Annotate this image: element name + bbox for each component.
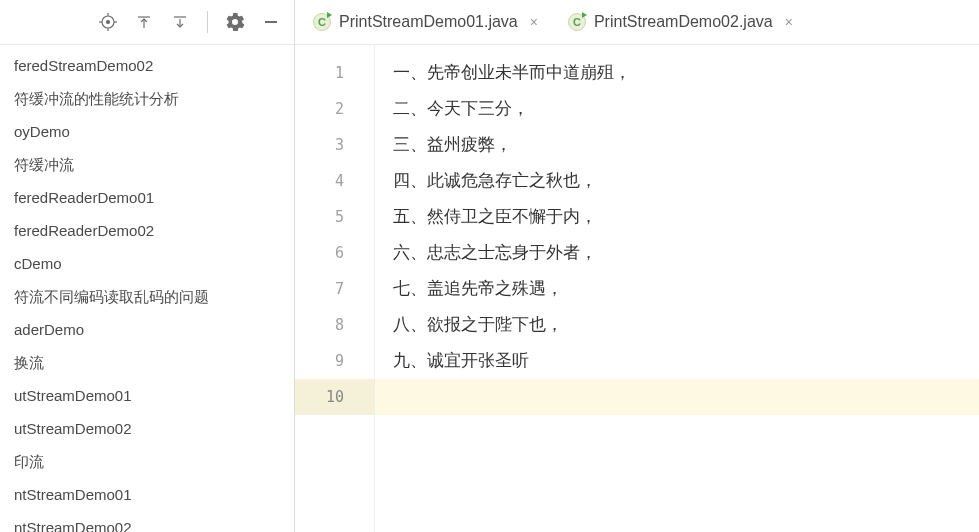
code-lines[interactable]: 一、先帝创业未半而中道崩殂，二、今天下三分，三、益州疲弊，四、此诚危急存亡之秋也… xyxy=(375,45,979,532)
tab-bar: PrintStreamDemo01.java × PrintStreamDemo… xyxy=(295,0,979,45)
code-area: 12345678910 一、先帝创业未半而中道崩殂，二、今天下三分，三、益州疲弊… xyxy=(295,45,979,532)
tab-file-2[interactable]: PrintStreamDemo02.java × xyxy=(568,13,793,31)
collapse-all-icon[interactable] xyxy=(171,13,189,31)
line-number: 8 xyxy=(295,307,374,343)
sidebar-item[interactable]: 符流不同编码读取乱码的问题 xyxy=(0,280,294,313)
code-line: 四、此诚危急存亡之秋也， xyxy=(375,163,979,199)
java-class-icon xyxy=(313,13,331,31)
sidebar-item[interactable]: 符缓冲流 xyxy=(0,148,294,181)
sidebar-item-label: feredReaderDemo02 xyxy=(14,222,154,239)
tab-label: PrintStreamDemo01.java xyxy=(339,13,518,31)
sidebar-item[interactable]: ntStreamDemo02 xyxy=(0,511,294,532)
tab-label: PrintStreamDemo02.java xyxy=(594,13,773,31)
close-icon[interactable]: × xyxy=(785,14,793,30)
line-number: 7 xyxy=(295,271,374,307)
gutter: 12345678910 xyxy=(295,45,375,532)
gear-icon[interactable] xyxy=(226,13,244,31)
expand-all-icon[interactable] xyxy=(135,13,153,31)
sidebar-item[interactable]: oyDemo xyxy=(0,115,294,148)
code-line xyxy=(375,379,979,415)
sidebar-item-label: cDemo xyxy=(14,255,62,272)
code-line: 八、欲报之于陛下也， xyxy=(375,307,979,343)
sidebar-item[interactable]: 符缓冲流的性能统计分析 xyxy=(0,82,294,115)
code-line: 七、盖追先帝之殊遇， xyxy=(375,271,979,307)
line-number: 1 xyxy=(295,55,374,91)
target-icon[interactable] xyxy=(99,13,117,31)
code-line: 九、诚宜开张圣听 xyxy=(375,343,979,379)
svg-point-10 xyxy=(233,20,237,24)
tab-file-1[interactable]: PrintStreamDemo01.java × xyxy=(313,13,538,31)
sidebar-item[interactable]: feredReaderDemo02 xyxy=(0,214,294,247)
sidebar-toolbar xyxy=(0,0,294,45)
code-line: 三、益州疲弊， xyxy=(375,127,979,163)
sidebar-item[interactable]: feredReaderDemo01 xyxy=(0,181,294,214)
toolbar-separator xyxy=(207,11,208,33)
sidebar-item-label: 换流 xyxy=(14,354,44,371)
line-number: 9 xyxy=(295,343,374,379)
editor-area: PrintStreamDemo01.java × PrintStreamDemo… xyxy=(295,0,979,532)
sidebar-item-label: 印流 xyxy=(14,453,44,470)
line-number: 3 xyxy=(295,127,374,163)
sidebar-item-label: ntStreamDemo01 xyxy=(14,486,132,503)
sidebar-item-label: 符缓冲流 xyxy=(14,156,74,173)
code-line: 二、今天下三分， xyxy=(375,91,979,127)
sidebar-item[interactable]: utStreamDemo02 xyxy=(0,412,294,445)
sidebar-item-label: 符流不同编码读取乱码的问题 xyxy=(14,288,209,305)
sidebar-item[interactable]: aderDemo xyxy=(0,313,294,346)
sidebar-item-label: feredReaderDemo01 xyxy=(14,189,154,206)
sidebar-item-label: feredStreamDemo02 xyxy=(14,57,153,74)
line-number: 4 xyxy=(295,163,374,199)
line-number: 10 xyxy=(295,379,374,415)
code-line: 一、先帝创业未半而中道崩殂， xyxy=(375,55,979,91)
sidebar-item-label: ntStreamDemo02 xyxy=(14,519,132,532)
sidebar-list: feredStreamDemo02 符缓冲流的性能统计分析 oyDemo 符缓冲… xyxy=(0,45,294,532)
line-number: 6 xyxy=(295,235,374,271)
sidebar-item[interactable]: 换流 xyxy=(0,346,294,379)
code-line: 五、然侍卫之臣不懈于内， xyxy=(375,199,979,235)
sidebar-item[interactable]: 印流 xyxy=(0,445,294,478)
sidebar-item-label: utStreamDemo01 xyxy=(14,387,132,404)
line-number: 5 xyxy=(295,199,374,235)
minimize-icon[interactable] xyxy=(262,13,280,31)
sidebar-item-label: oyDemo xyxy=(14,123,70,140)
sidebar-item[interactable]: cDemo xyxy=(0,247,294,280)
code-line: 六、忠志之士忘身于外者， xyxy=(375,235,979,271)
sidebar: feredStreamDemo02 符缓冲流的性能统计分析 oyDemo 符缓冲… xyxy=(0,0,295,532)
java-class-icon xyxy=(568,13,586,31)
sidebar-item[interactable]: ntStreamDemo01 xyxy=(0,478,294,511)
svg-point-1 xyxy=(107,21,110,24)
sidebar-item[interactable]: utStreamDemo01 xyxy=(0,379,294,412)
close-icon[interactable]: × xyxy=(530,14,538,30)
sidebar-item-label: utStreamDemo02 xyxy=(14,420,132,437)
sidebar-item-label: aderDemo xyxy=(14,321,84,338)
line-number: 2 xyxy=(295,91,374,127)
sidebar-item-label: 符缓冲流的性能统计分析 xyxy=(14,90,179,107)
sidebar-item[interactable]: feredStreamDemo02 xyxy=(0,49,294,82)
